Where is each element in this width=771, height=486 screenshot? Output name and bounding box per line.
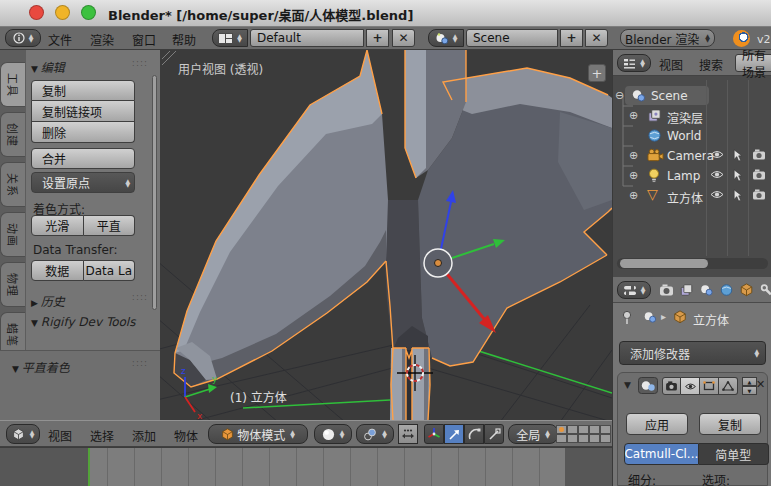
expand-icon[interactable]: [629, 149, 638, 162]
cage-toggle-icon[interactable]: [719, 377, 738, 395]
visibility-eye-icon[interactable]: [710, 189, 724, 203]
modifier-expand-icon[interactable]: [624, 380, 631, 390]
selectability-pointer-icon[interactable]: [732, 169, 742, 185]
move-down-icon[interactable]: ▼: [742, 386, 757, 395]
layer-cell[interactable]: [578, 434, 589, 443]
tab-relations[interactable]: 关系: [0, 162, 25, 207]
selectability-pointer-icon[interactable]: [732, 189, 742, 205]
viewport-shading-dropdown[interactable]: [314, 424, 352, 444]
render-toggle-icon[interactable]: [662, 377, 681, 395]
menu-window[interactable]: 窗口: [132, 31, 156, 48]
human-model-mesh[interactable]: [174, 50, 612, 420]
tab-world[interactable]: [717, 282, 735, 298]
rigify-panel-header[interactable]: Rigify Dev Tools: [31, 315, 135, 329]
layer-cell[interactable]: [589, 425, 600, 434]
panel-grip-icon[interactable]: ::::: [132, 58, 148, 68]
scene-name-field[interactable]: Scene: [466, 29, 558, 47]
editor-type-properties-button[interactable]: [617, 281, 651, 299]
view-menu[interactable]: 视图: [48, 427, 72, 444]
expand-icon[interactable]: [629, 169, 638, 182]
outliner-search-menu[interactable]: 搜索: [699, 56, 723, 73]
pin-icon[interactable]: [621, 310, 633, 328]
add-menu[interactable]: 添加: [132, 427, 156, 444]
renderability-camera-icon[interactable]: [752, 149, 766, 163]
outliner-view-menu[interactable]: 视图: [659, 56, 683, 73]
duplicate-linked-button[interactable]: 复制链接项: [31, 101, 135, 122]
layer-cell[interactable]: [556, 434, 567, 443]
close-scene-button[interactable]: [585, 29, 608, 47]
tab-object[interactable]: [737, 282, 755, 298]
renderability-camera-icon[interactable]: [752, 169, 766, 183]
editor-type-info-button[interactable]: [5, 29, 41, 47]
tab-create[interactable]: 创建: [0, 112, 25, 157]
layer-cell[interactable]: [600, 434, 611, 443]
join-button[interactable]: 合并: [31, 148, 135, 169]
render-engine-dropdown[interactable]: Blender 渲染: [620, 29, 715, 47]
layer-cell[interactable]: [600, 425, 611, 434]
screen-layout-icon-button[interactable]: [212, 29, 248, 47]
visibility-eye-icon[interactable]: [710, 149, 724, 163]
layers-grid[interactable]: [556, 425, 611, 443]
tab-modifiers[interactable]: [757, 282, 771, 298]
select-menu[interactable]: 选择: [90, 427, 114, 444]
tab-scene[interactable]: [697, 282, 715, 298]
realtime-toggle-icon[interactable]: [681, 377, 700, 395]
region-expand-button[interactable]: [588, 64, 606, 82]
scale-manipulator-button[interactable]: [484, 424, 504, 444]
data-button[interactable]: 数据: [31, 260, 84, 281]
copy-modifier-button[interactable]: 复制: [699, 413, 761, 435]
timeline-editor[interactable]: [0, 447, 612, 486]
manipulator-toggle-button[interactable]: [424, 424, 444, 444]
panel-grip-icon[interactable]: ::::: [132, 358, 148, 368]
shade-smooth-button[interactable]: 光滑: [31, 215, 84, 236]
3d-viewport[interactable]: z y x 用户视图 (透视) (1) 立方体: [160, 50, 612, 420]
layer-cell[interactable]: [589, 434, 600, 443]
tab-render[interactable]: [657, 282, 675, 298]
tab-render-layers[interactable]: [677, 282, 695, 298]
outliner-filter-dropdown[interactable]: 所有场景: [735, 54, 771, 72]
data-layout-button[interactable]: Data La: [84, 260, 136, 281]
shade-flat-button[interactable]: 平直: [84, 215, 136, 236]
screen-layout-field[interactable]: Default: [250, 29, 364, 47]
set-origin-dropdown[interactable]: 设置原点: [31, 172, 135, 193]
rotate-manipulator-button[interactable]: [464, 424, 484, 444]
tab-physics[interactable]: 物理: [0, 262, 25, 307]
outliner-scrollbar[interactable]: [617, 258, 768, 269]
object-menu[interactable]: 物体: [174, 427, 198, 444]
translate-manipulator-button[interactable]: [444, 424, 464, 444]
layer-cell[interactable]: [567, 425, 578, 434]
editmode-toggle-icon[interactable]: [700, 377, 719, 395]
layer-cell[interactable]: [567, 434, 578, 443]
editor-type-outliner-button[interactable]: [617, 54, 651, 72]
editor-type-3dview-button[interactable]: [6, 424, 40, 444]
close-layout-button[interactable]: [392, 29, 415, 47]
history-panel-header[interactable]: 历史: [31, 292, 65, 309]
operator-panel-header[interactable]: 平直着色: [12, 358, 70, 375]
add-modifier-dropdown[interactable]: 添加修改器: [619, 341, 766, 365]
panel-grip-icon[interactable]: ::::: [132, 292, 148, 302]
transform-orientation-dropdown[interactable]: 全局: [508, 424, 558, 444]
expand-icon[interactable]: [629, 189, 638, 202]
layer-cell[interactable]: [578, 425, 589, 434]
modifier-close-icon[interactable]: [756, 378, 765, 391]
maximize-window-icon[interactable]: [81, 5, 96, 20]
edit-panel-header[interactable]: 编辑: [31, 58, 65, 75]
add-layout-button[interactable]: [366, 29, 389, 47]
mode-dropdown[interactable]: 物体模式: [208, 424, 308, 444]
menu-render[interactable]: 渲染: [90, 31, 114, 48]
add-scene-button[interactable]: [560, 29, 583, 47]
simple-button[interactable]: 简单型: [699, 443, 769, 465]
expand-icon[interactable]: [629, 109, 638, 122]
scene-crumb-icon[interactable]: [643, 310, 657, 327]
visibility-eye-icon[interactable]: [710, 169, 724, 183]
layer-cell-active[interactable]: [556, 425, 567, 434]
catmull-clark-button[interactable]: Catmull-Cl...: [624, 443, 699, 465]
menu-help[interactable]: 帮助: [172, 31, 196, 48]
pivot-point-dropdown[interactable]: [356, 424, 394, 444]
scene-browse-button[interactable]: [428, 29, 464, 47]
corner-grip-icon[interactable]: [162, 51, 176, 65]
menu-file[interactable]: 文件: [48, 31, 72, 48]
selectability-pointer-icon[interactable]: [732, 149, 742, 165]
tab-tools[interactable]: 工具: [0, 62, 25, 107]
collapse-icon[interactable]: [615, 89, 624, 102]
